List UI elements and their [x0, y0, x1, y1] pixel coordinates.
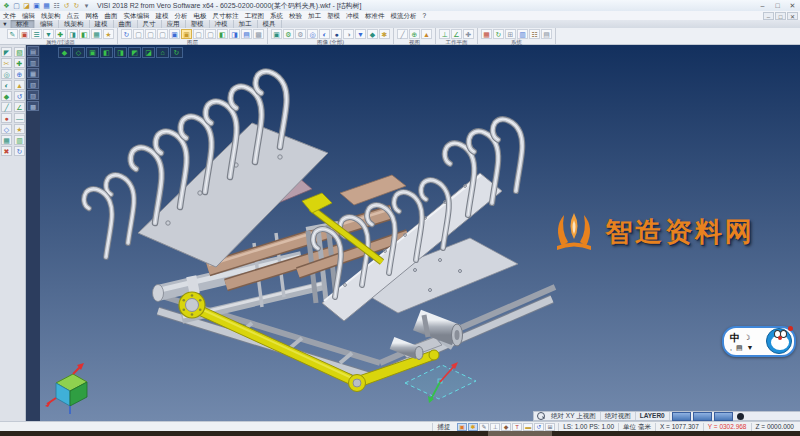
layer-list-icon[interactable]: ▤	[241, 29, 252, 39]
dock-tab-4-icon[interactable]: ▧	[27, 79, 39, 89]
layer-box-4-icon[interactable]: ▢	[193, 29, 204, 39]
layer-on-icon[interactable]: ◧	[217, 29, 228, 39]
minimize-button[interactable]: –	[755, 1, 770, 11]
ime-skin-icon[interactable]: ▼	[747, 344, 754, 351]
save-all-icon[interactable]: ▦	[42, 1, 51, 10]
status-coord-mode[interactable]: 绝对视图	[601, 412, 636, 420]
dash-icon[interactable]: —	[14, 113, 25, 123]
menu-文件[interactable]: 文件	[0, 11, 19, 20]
tab-应用[interactable]: 应用	[162, 20, 186, 28]
tab-塑模[interactable]: 塑模	[186, 20, 210, 28]
palette-icon[interactable]: ▦	[481, 29, 492, 39]
tab-标准[interactable]: 标准	[11, 20, 35, 28]
select-by-color-icon[interactable]: ◨	[67, 29, 78, 39]
status-scale[interactable]: LS: 1.00 PS: 1.00	[558, 423, 618, 431]
diamond-solid-icon[interactable]: ◆	[1, 91, 12, 101]
shading-off-icon[interactable]: ⚙	[295, 29, 306, 39]
ime-comma-icon[interactable]: ,	[730, 344, 732, 351]
scissors-trim-icon[interactable]: ✂	[1, 58, 12, 68]
new-file-icon[interactable]: ▢	[12, 1, 21, 10]
mask-icon[interactable]: ▦	[91, 29, 102, 39]
ime-toolbar[interactable]: 中 ☽ ,▤▼	[722, 326, 796, 357]
dock-tab-6-icon[interactable]: ▩	[27, 101, 39, 111]
tab-曲面[interactable]: 曲面	[114, 20, 138, 28]
menu-尺寸标注[interactable]: 尺寸标注	[210, 11, 242, 20]
render-mode-icon[interactable]: ▼	[355, 29, 366, 39]
status-view-mode[interactable]: 绝对 XY 上视图	[547, 412, 601, 420]
ime-mode-button[interactable]: 中	[730, 333, 740, 343]
snap-hand-button[interactable]: ✱	[468, 423, 478, 431]
select-icon[interactable]: ◤	[1, 47, 12, 57]
tab-加工[interactable]: 加工	[234, 20, 258, 28]
sketch-line-icon[interactable]: ╱	[397, 29, 408, 39]
hidden-line-icon[interactable]: ◐	[319, 29, 330, 39]
star-icon[interactable]: ★	[14, 124, 25, 134]
snap-grid-button[interactable]: ▣	[457, 423, 467, 431]
shading-on-icon[interactable]: ⚙	[283, 29, 294, 39]
layer-box-3-icon[interactable]: ▢	[157, 29, 168, 39]
table-icon[interactable]: ▥	[14, 135, 25, 145]
status-layer-button-3[interactable]	[714, 412, 733, 421]
menu-分析[interactable]: 分析	[172, 11, 191, 20]
status-layer-button-1[interactable]	[672, 412, 691, 421]
refresh-layers-icon[interactable]: ↻	[121, 29, 132, 39]
highlight-icon[interactable]: ★	[103, 29, 114, 39]
menu-曲面[interactable]: 曲面	[102, 11, 121, 20]
menu-冲模[interactable]: 冲模	[343, 11, 362, 20]
attributes-icon[interactable]: ✎	[7, 29, 18, 39]
grid-icon[interactable]: ⊞	[505, 29, 516, 39]
view-cone-icon[interactable]: ▲	[421, 29, 432, 39]
tab-线架构[interactable]: 线架构	[59, 20, 90, 28]
close-button[interactable]: ✕	[785, 1, 800, 11]
zoom-window-icon[interactable]: ⊕	[14, 69, 25, 79]
snap-grid2-button[interactable]: ⊞	[545, 423, 555, 431]
select-by-layer-icon[interactable]: ◧	[79, 29, 90, 39]
menu-系统[interactable]: 系统	[267, 11, 286, 20]
viewport-3d[interactable]: ◆◇▣◧◨◩◪⌂↻	[40, 45, 800, 421]
menu-校验[interactable]: 校验	[286, 11, 305, 20]
shaded-sphere-icon[interactable]: ●	[331, 29, 342, 39]
menu-建模[interactable]: 建模	[153, 11, 172, 20]
workplane-free-icon[interactable]: ✚	[463, 29, 474, 39]
undo-arc-icon[interactable]: ↺	[14, 91, 25, 101]
menu-编辑[interactable]: 编辑	[19, 11, 38, 20]
dock-tab-3-icon[interactable]: ▦	[27, 68, 39, 78]
layer-box-2-icon[interactable]: ▢	[145, 29, 156, 39]
menu-线架构[interactable]: 线架构	[38, 11, 64, 20]
snap-text-button[interactable]: T	[512, 423, 522, 431]
section-view-icon[interactable]: ◆	[367, 29, 378, 39]
dock-tab-1-icon[interactable]: ▤	[27, 46, 39, 56]
snap-rotate-button[interactable]: ↺	[534, 423, 544, 431]
settings-icon[interactable]: ▤	[541, 29, 552, 39]
print-icon[interactable]: ☷	[52, 1, 61, 10]
angle-icon[interactable]: ∠	[14, 102, 25, 112]
redo-arc-icon[interactable]: ↻	[14, 146, 25, 156]
library-icon[interactable]: ☷	[529, 29, 540, 39]
dock-tab-2-icon[interactable]: ▥	[27, 57, 39, 67]
status-layer-name[interactable]: LAYER0	[636, 412, 670, 420]
zoom-all-icon[interactable]: ⊕	[409, 29, 420, 39]
snap-entity-button[interactable]: ⊥	[490, 423, 500, 431]
menu-网格[interactable]: 网格	[83, 11, 102, 20]
menu-实体编辑[interactable]: 实体编辑	[121, 11, 153, 20]
wireframe-mode-icon[interactable]: ◎	[307, 29, 318, 39]
status-layer-button-2[interactable]	[693, 412, 712, 421]
color-swatch-icon[interactable]: ▣	[19, 29, 30, 39]
open-file-icon[interactable]: ◪	[22, 1, 31, 10]
mesh-icon[interactable]: ▦	[1, 135, 12, 145]
workplane-select-icon[interactable]: ⊥	[439, 29, 450, 39]
tab-编辑[interactable]: 编辑	[35, 20, 59, 28]
calculator-icon[interactable]: ▥	[517, 29, 528, 39]
shade-window-icon[interactable]: ▣	[271, 29, 282, 39]
layer-box-1-icon[interactable]: ▢	[133, 29, 144, 39]
filter-icon[interactable]: ▼	[43, 29, 54, 39]
menu-加工[interactable]: 加工	[305, 11, 324, 20]
layer-box-5-icon[interactable]: ▢	[205, 29, 216, 39]
toolbar-options-icon[interactable]: ▾	[82, 1, 91, 10]
menu-电极[interactable]: 电极	[191, 11, 210, 20]
visi-app-icon[interactable]: ❖	[2, 1, 11, 10]
mdi-minimize-button[interactable]: –	[763, 12, 774, 20]
add-entity-icon[interactable]: ✚	[14, 58, 25, 68]
line-style-icon[interactable]: ☰	[31, 29, 42, 39]
tab-尺寸[interactable]: 尺寸	[138, 20, 162, 28]
